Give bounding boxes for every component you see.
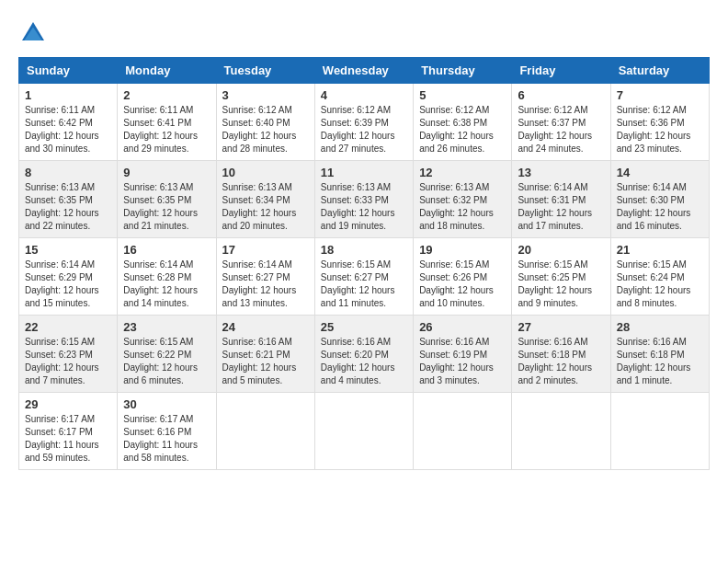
calendar-day-cell: 18 Sunrise: 6:15 AMSunset: 6:27 PMDaylig… bbox=[314, 238, 413, 316]
day-info: Sunrise: 6:14 AMSunset: 6:28 PMDaylight:… bbox=[123, 259, 210, 310]
calendar-day-cell: 7 Sunrise: 6:12 AMSunset: 6:36 PMDayligh… bbox=[610, 84, 709, 161]
day-number: 29 bbox=[25, 397, 111, 411]
logo bbox=[18, 18, 53, 48]
weekday-header-row: SundayMondayTuesdayWednesdayThursdayFrid… bbox=[19, 58, 710, 84]
day-number: 23 bbox=[123, 320, 210, 334]
calendar-day-cell: 17 Sunrise: 6:14 AMSunset: 6:27 PMDaylig… bbox=[216, 238, 314, 316]
calendar-day-cell: 25 Sunrise: 6:16 AMSunset: 6:20 PMDaylig… bbox=[314, 316, 413, 393]
day-number: 8 bbox=[25, 166, 111, 179]
day-info: Sunrise: 6:12 AMSunset: 6:38 PMDaylight:… bbox=[419, 104, 506, 155]
day-info: Sunrise: 6:13 AMSunset: 6:35 PMDaylight:… bbox=[25, 181, 111, 233]
day-info: Sunrise: 6:16 AMSunset: 6:18 PMDaylight:… bbox=[518, 336, 604, 387]
weekday-header-saturday: Saturday bbox=[610, 58, 709, 84]
day-info: Sunrise: 6:11 AMSunset: 6:41 PMDaylight:… bbox=[123, 104, 210, 155]
weekday-header-sunday: Sunday bbox=[19, 58, 118, 84]
day-info: Sunrise: 6:12 AMSunset: 6:36 PMDaylight:… bbox=[617, 104, 703, 155]
day-info: Sunrise: 6:13 AMSunset: 6:34 PMDaylight:… bbox=[222, 181, 309, 233]
day-info: Sunrise: 6:12 AMSunset: 6:39 PMDaylight:… bbox=[321, 104, 407, 155]
day-number: 24 bbox=[222, 320, 309, 334]
calendar-day-cell: 1 Sunrise: 6:11 AMSunset: 6:42 PMDayligh… bbox=[19, 84, 118, 161]
weekday-header-tuesday: Tuesday bbox=[216, 58, 314, 84]
day-number: 9 bbox=[123, 166, 210, 179]
day-info: Sunrise: 6:14 AMSunset: 6:31 PMDaylight:… bbox=[518, 181, 604, 233]
day-number: 21 bbox=[617, 243, 703, 257]
day-info: Sunrise: 6:15 AMSunset: 6:26 PMDaylight:… bbox=[419, 259, 506, 310]
calendar-day-cell bbox=[314, 393, 413, 470]
day-info: Sunrise: 6:15 AMSunset: 6:24 PMDaylight:… bbox=[617, 259, 703, 310]
calendar-day-cell: 24 Sunrise: 6:16 AMSunset: 6:21 PMDaylig… bbox=[216, 316, 314, 393]
calendar-week-row: 22 Sunrise: 6:15 AMSunset: 6:23 PMDaylig… bbox=[19, 316, 710, 393]
day-number: 28 bbox=[617, 320, 703, 334]
calendar-week-row: 15 Sunrise: 6:14 AMSunset: 6:29 PMDaylig… bbox=[19, 238, 710, 316]
day-number: 18 bbox=[321, 243, 407, 257]
day-info: Sunrise: 6:16 AMSunset: 6:18 PMDaylight:… bbox=[617, 336, 703, 387]
day-number: 27 bbox=[518, 320, 604, 334]
calendar-day-cell: 5 Sunrise: 6:12 AMSunset: 6:38 PMDayligh… bbox=[414, 84, 512, 161]
day-info: Sunrise: 6:12 AMSunset: 6:40 PMDaylight:… bbox=[222, 104, 309, 155]
day-number: 2 bbox=[123, 88, 210, 102]
day-number: 10 bbox=[222, 166, 309, 179]
calendar-day-cell: 4 Sunrise: 6:12 AMSunset: 6:39 PMDayligh… bbox=[314, 84, 413, 161]
day-info: Sunrise: 6:13 AMSunset: 6:32 PMDaylight:… bbox=[419, 181, 506, 233]
calendar-week-row: 29 Sunrise: 6:17 AMSunset: 6:17 PMDaylig… bbox=[19, 393, 710, 470]
calendar-day-cell: 23 Sunrise: 6:15 AMSunset: 6:22 PMDaylig… bbox=[118, 316, 216, 393]
day-info: Sunrise: 6:16 AMSunset: 6:21 PMDaylight:… bbox=[222, 336, 309, 387]
weekday-header-friday: Friday bbox=[512, 58, 610, 84]
day-info: Sunrise: 6:17 AMSunset: 6:17 PMDaylight:… bbox=[25, 413, 111, 465]
day-info: Sunrise: 6:14 AMSunset: 6:27 PMDaylight:… bbox=[222, 259, 309, 310]
calendar-week-row: 1 Sunrise: 6:11 AMSunset: 6:42 PMDayligh… bbox=[19, 84, 710, 161]
calendar-day-cell: 30 Sunrise: 6:17 AMSunset: 6:16 PMDaylig… bbox=[118, 393, 216, 470]
day-number: 11 bbox=[321, 166, 407, 179]
day-number: 25 bbox=[321, 320, 407, 334]
day-info: Sunrise: 6:16 AMSunset: 6:20 PMDaylight:… bbox=[321, 336, 407, 387]
day-info: Sunrise: 6:15 AMSunset: 6:22 PMDaylight:… bbox=[123, 336, 210, 387]
weekday-header-thursday: Thursday bbox=[414, 58, 512, 84]
day-number: 12 bbox=[419, 166, 506, 179]
calendar-day-cell: 14 Sunrise: 6:14 AMSunset: 6:30 PMDaylig… bbox=[610, 161, 709, 238]
calendar-day-cell: 28 Sunrise: 6:16 AMSunset: 6:18 PMDaylig… bbox=[610, 316, 709, 393]
day-number: 1 bbox=[25, 88, 111, 102]
day-number: 26 bbox=[419, 320, 506, 334]
day-number: 16 bbox=[123, 243, 210, 257]
day-number: 5 bbox=[419, 88, 506, 102]
day-number: 17 bbox=[222, 243, 309, 257]
calendar-day-cell: 20 Sunrise: 6:15 AMSunset: 6:25 PMDaylig… bbox=[512, 238, 610, 316]
calendar-day-cell: 12 Sunrise: 6:13 AMSunset: 6:32 PMDaylig… bbox=[414, 161, 512, 238]
calendar-day-cell: 22 Sunrise: 6:15 AMSunset: 6:23 PMDaylig… bbox=[19, 316, 118, 393]
page-header bbox=[18, 18, 710, 48]
day-info: Sunrise: 6:13 AMSunset: 6:33 PMDaylight:… bbox=[321, 181, 407, 233]
day-info: Sunrise: 6:12 AMSunset: 6:37 PMDaylight:… bbox=[518, 104, 604, 155]
day-number: 6 bbox=[518, 88, 604, 102]
day-info: Sunrise: 6:15 AMSunset: 6:25 PMDaylight:… bbox=[518, 259, 604, 310]
day-number: 15 bbox=[25, 243, 111, 257]
day-number: 3 bbox=[222, 88, 309, 102]
calendar-day-cell: 19 Sunrise: 6:15 AMSunset: 6:26 PMDaylig… bbox=[414, 238, 512, 316]
calendar-day-cell bbox=[414, 393, 512, 470]
day-info: Sunrise: 6:17 AMSunset: 6:16 PMDaylight:… bbox=[123, 413, 210, 465]
calendar-day-cell: 11 Sunrise: 6:13 AMSunset: 6:33 PMDaylig… bbox=[314, 161, 413, 238]
day-number: 13 bbox=[518, 166, 604, 179]
day-number: 30 bbox=[123, 397, 210, 411]
day-number: 22 bbox=[25, 320, 111, 334]
calendar-day-cell: 27 Sunrise: 6:16 AMSunset: 6:18 PMDaylig… bbox=[512, 316, 610, 393]
calendar-day-cell: 21 Sunrise: 6:15 AMSunset: 6:24 PMDaylig… bbox=[610, 238, 709, 316]
calendar-week-row: 8 Sunrise: 6:13 AMSunset: 6:35 PMDayligh… bbox=[19, 161, 710, 238]
calendar-day-cell: 8 Sunrise: 6:13 AMSunset: 6:35 PMDayligh… bbox=[19, 161, 118, 238]
calendar-day-cell: 6 Sunrise: 6:12 AMSunset: 6:37 PMDayligh… bbox=[512, 84, 610, 161]
calendar-day-cell: 9 Sunrise: 6:13 AMSunset: 6:35 PMDayligh… bbox=[118, 161, 216, 238]
calendar-table: SundayMondayTuesdayWednesdayThursdayFrid… bbox=[18, 57, 710, 470]
calendar-day-cell bbox=[610, 393, 709, 470]
day-number: 19 bbox=[419, 243, 506, 257]
calendar-day-cell: 10 Sunrise: 6:13 AMSunset: 6:34 PMDaylig… bbox=[216, 161, 314, 238]
logo-icon bbox=[18, 18, 48, 48]
calendar-day-cell: 2 Sunrise: 6:11 AMSunset: 6:41 PMDayligh… bbox=[118, 84, 216, 161]
day-number: 7 bbox=[617, 88, 703, 102]
weekday-header-wednesday: Wednesday bbox=[314, 58, 413, 84]
day-number: 14 bbox=[617, 166, 703, 179]
day-info: Sunrise: 6:14 AMSunset: 6:29 PMDaylight:… bbox=[25, 259, 111, 310]
weekday-header-monday: Monday bbox=[118, 58, 216, 84]
day-info: Sunrise: 6:14 AMSunset: 6:30 PMDaylight:… bbox=[617, 181, 703, 233]
calendar-day-cell bbox=[512, 393, 610, 470]
calendar-day-cell: 3 Sunrise: 6:12 AMSunset: 6:40 PMDayligh… bbox=[216, 84, 314, 161]
day-info: Sunrise: 6:11 AMSunset: 6:42 PMDaylight:… bbox=[25, 104, 111, 155]
